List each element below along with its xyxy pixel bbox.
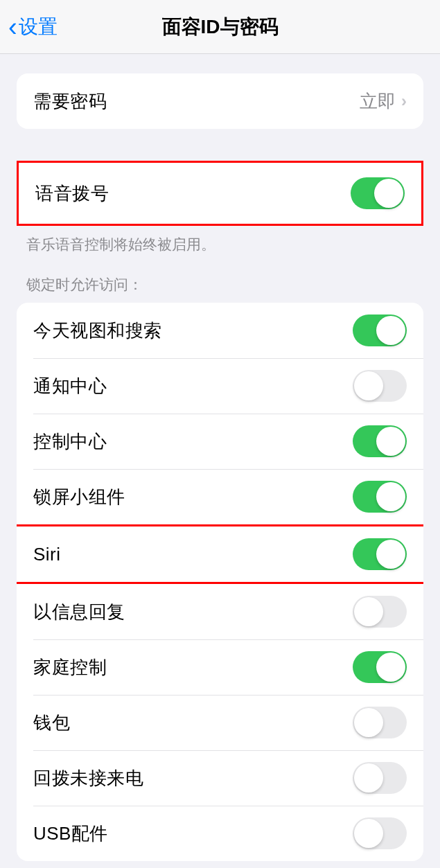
lock-access-row: 回拨未接来电 (17, 750, 423, 806)
chevron-left-icon: ‹ (8, 14, 17, 40)
lock-access-item-label: 以信息回复 (33, 600, 125, 624)
lock-access-toggle[interactable] (353, 370, 407, 402)
lock-access-row: USB配件 (17, 806, 423, 861)
voice-dial-footer: 音乐语音控制将始终被启用。 (0, 226, 440, 254)
back-button[interactable]: ‹ 设置 (0, 14, 58, 40)
nav-header: ‹ 设置 面容ID与密码 (0, 0, 440, 54)
lock-access-toggle[interactable] (353, 315, 407, 346)
lock-access-row: 通知中心 (17, 358, 423, 414)
siri-highlight: Siri (17, 524, 423, 584)
lock-access-toggle[interactable] (353, 481, 407, 513)
require-passcode-row[interactable]: 需要密码 立即 › (17, 73, 423, 129)
voice-dial-row: 语音拨号 (19, 163, 421, 224)
back-label: 设置 (19, 14, 58, 40)
lock-access-row: 以信息回复 (17, 584, 423, 639)
lock-access-row: 锁屏小组件 (17, 469, 423, 524)
toggle-knob-icon (376, 427, 405, 456)
lock-access-group: 今天视图和搜索通知中心控制中心锁屏小组件Siri以信息回复家庭控制钱包回拨未接来… (17, 303, 423, 861)
lock-access-footer: iPhone锁定超过一小时后，需先解锁iPhone才能允许USB配件连接。 (0, 861, 440, 868)
lock-access-toggle[interactable] (353, 538, 407, 570)
voice-dial-label: 语音拨号 (35, 181, 109, 206)
lock-access-toggle[interactable] (353, 651, 407, 683)
require-passcode-value: 立即 (360, 89, 396, 114)
toggle-knob-icon (354, 763, 383, 792)
lock-access-item-label: 通知中心 (33, 374, 107, 398)
toggle-knob-icon (354, 597, 383, 626)
lock-access-toggle[interactable] (353, 596, 407, 628)
lock-access-header: 锁定时允许访问： (0, 275, 440, 303)
toggle-knob-icon (374, 179, 403, 208)
lock-access-item-label: USB配件 (33, 822, 108, 846)
toggle-knob-icon (354, 371, 383, 400)
toggle-knob-icon (376, 316, 405, 345)
lock-access-item-label: 钱包 (33, 711, 70, 735)
lock-access-toggle[interactable] (353, 425, 407, 457)
require-passcode-label: 需要密码 (33, 89, 107, 114)
lock-access-item-label: 控制中心 (33, 429, 107, 454)
toggle-knob-icon (376, 540, 405, 569)
lock-access-item-label: 回拨未接来电 (33, 766, 143, 790)
lock-access-toggle[interactable] (353, 762, 407, 794)
toggle-knob-icon (354, 708, 383, 737)
lock-access-row: Siri (17, 526, 423, 582)
toggle-knob-icon (376, 482, 405, 511)
lock-access-toggle[interactable] (353, 817, 407, 849)
chevron-right-icon: › (401, 91, 407, 111)
lock-access-item-label: 家庭控制 (33, 655, 107, 680)
lock-access-toggle[interactable] (353, 707, 407, 738)
toggle-knob-icon (354, 819, 383, 848)
lock-access-row: 钱包 (17, 695, 423, 750)
lock-access-row: 控制中心 (17, 414, 423, 469)
page-title: 面容ID与密码 (0, 14, 440, 40)
toggle-knob-icon (376, 653, 405, 682)
voice-dial-highlight: 语音拨号 (17, 161, 423, 226)
lock-access-row: 家庭控制 (17, 639, 423, 695)
lock-access-item-label: 今天视图和搜索 (33, 319, 162, 343)
lock-access-item-label: Siri (33, 544, 61, 565)
lock-access-item-label: 锁屏小组件 (33, 485, 125, 509)
lock-access-row: 今天视图和搜索 (17, 303, 423, 358)
voice-dial-toggle[interactable] (351, 177, 405, 209)
